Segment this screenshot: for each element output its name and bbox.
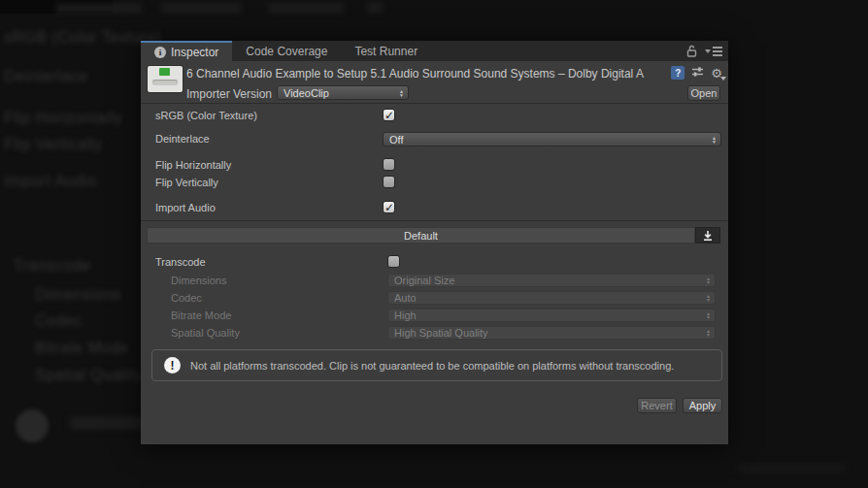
apply-button[interactable]: Apply [683,398,722,413]
codec-row: Codec Auto ▲▼ [141,291,728,307]
srgb-row: sRGB (Color Texture) [141,109,728,124]
background-label: Transcode [14,257,91,275]
import-audio-row: Import Audio [141,201,728,216]
tab-label: Inspector [171,46,218,59]
background-label: Import Audio [4,173,97,190]
spatial-quality-dropdown: High Spatial Quality ▲▼ [387,326,716,340]
platform-tab-default[interactable]: Default [147,227,695,244]
platform-override-button[interactable] [695,227,720,244]
dropdown-arrows-icon: ▲▼ [712,136,717,144]
window-menu-icon[interactable] [705,47,722,56]
dropdown-value: High Spatial Quality [394,327,702,339]
flip-vertically-checkbox[interactable] [383,176,395,188]
warning-icon: ! [164,357,181,374]
srgb-checkbox[interactable] [383,109,395,121]
background-label: Spatial Quality [35,367,143,384]
background-label: Codec [35,312,83,330]
divider [141,220,728,221]
tab-test-runner[interactable]: Test Runner [341,41,431,61]
srgb-label: sRGB (Color Texture) [155,110,257,121]
help-icon[interactable]: ? [671,66,684,80]
flip-horizontally-checkbox[interactable] [383,158,395,171]
dropdown-value: VideoClip [284,87,395,99]
flip-horizontally-label: Flip Horizontally [155,159,231,171]
deinterlace-label: Deinterlace [155,133,210,145]
warning-text: Not all platforms transcoded. Clip is no… [190,360,674,372]
dropdown-arrows-icon: ▲▼ [706,277,711,284]
dropdown-arrows-icon: ▲▼ [706,294,711,302]
asset-header: 6 Channel Audio Example to Setup 5.1 Aud… [141,61,728,104]
codec-label: Codec [171,292,202,304]
spatial-quality-row: Spatial Quality High Spatial Quality ▲▼ [141,326,728,342]
background-label: Flip Vertically [4,136,103,153]
dropdown-arrows-icon: ▲▼ [706,329,711,337]
background-blob [738,464,845,472]
transcode-row: Transcode [141,255,728,271]
spatial-quality-label: Spatial Quality [171,327,240,339]
deinterlace-row: Deinterlace Off ▲▼ [141,132,728,147]
info-icon: i [154,47,166,58]
importer-version-label: Importer Version [186,87,272,101]
background-label: Bitrate Mode [35,340,129,357]
background-label: Dimensions [35,286,121,304]
dimensions-row: Dimensions Original Size ▲▼ [141,274,728,289]
importer-version-dropdown[interactable]: VideoClip ▲▼ [277,85,409,100]
tab-label: Code Coverage [246,45,327,58]
gear-icon[interactable]: ⚙ [711,67,722,80]
flip-horizontally-row: Flip Horizontally [141,158,728,174]
transcode-checkbox[interactable] [387,255,400,268]
tab-inspector[interactable]: i Inspector [141,41,232,61]
revert-button[interactable]: Revert [637,398,677,413]
dropdown-value: High [394,309,702,321]
dropdown-arrows-icon: ▲▼ [706,311,711,319]
lock-icon[interactable] [686,45,697,57]
transcode-label: Transcode [155,256,206,268]
background-blob [268,4,344,13]
codec-dropdown: Auto ▲▼ [387,291,716,305]
dimensions-dropdown: Original Size ▲▼ [387,274,716,287]
tab-label: Test Runner [354,45,417,58]
background-label: Deinterlace [4,68,87,85]
flip-vertically-label: Flip Vertically [155,177,218,188]
dropdown-value: Original Size [394,275,702,286]
dropdown-arrows-icon: ▲▼ [399,89,404,97]
presets-icon[interactable] [691,66,704,80]
inspector-window: i Inspector Code Coverage Test Runner [141,41,728,444]
download-icon [702,230,714,242]
background-blob [161,4,241,13]
videoclip-thumbnail-icon [148,66,183,92]
bitrate-mode-row: Bitrate Mode High ▲▼ [141,309,728,324]
dropdown-value: Auto [394,292,702,304]
tab-code-coverage[interactable]: Code Coverage [232,41,341,61]
bitrate-mode-dropdown: High ▲▼ [387,309,716,322]
deinterlace-dropdown[interactable]: Off ▲▼ [383,132,721,146]
background-blob [367,3,383,13]
flip-vertically-row: Flip Vertically [141,176,728,191]
dimensions-label: Dimensions [171,275,226,286]
import-audio-checkbox[interactable] [383,201,395,213]
bitrate-mode-label: Bitrate Mode [171,309,231,321]
open-button[interactable]: Open [687,85,720,101]
background-blob [56,4,142,13]
dropdown-value: Off [389,134,708,146]
tab-bar: i Inspector Code Coverage Test Runner [141,41,728,61]
blurred-warning-icon [16,409,49,442]
background-label: Flip Horizontally [4,110,122,127]
asset-title: 6 Channel Audio Example to Setup 5.1 Aud… [186,67,670,81]
import-audio-label: Import Audio [155,202,216,213]
transcode-warning-box: ! Not all platforms transcoded. Clip is … [151,349,722,381]
background-label: sRGB (Color Texture) [4,29,162,47]
